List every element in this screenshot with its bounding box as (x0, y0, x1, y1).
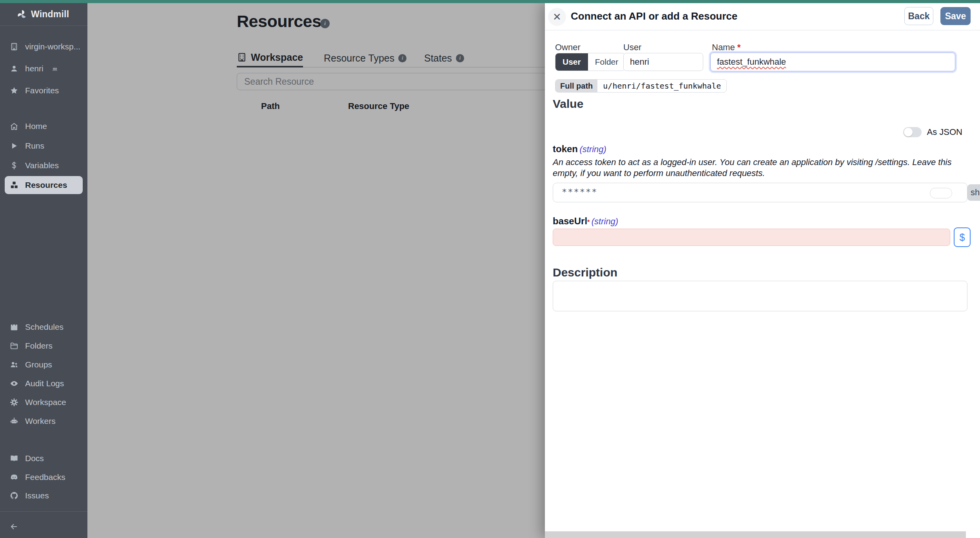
gear-icon (9, 398, 18, 407)
boxes-icon (9, 181, 18, 190)
name-input[interactable]: fastest_funkwhale (710, 53, 955, 71)
horizontal-scrollbar[interactable] (545, 531, 966, 538)
building-icon (9, 42, 18, 51)
baseurl-type: (string) (592, 216, 618, 226)
sidebar-item-schedules[interactable]: Schedules (0, 318, 87, 336)
drawer-header: ✕ Connect an API or add a Resource Back … (545, 3, 980, 31)
resource-drawer: ✕ Connect an API or add a Resource Back … (545, 3, 980, 538)
token-input[interactable]: ****** (553, 183, 967, 202)
nav-label: Docs (25, 454, 44, 463)
windmill-logo-icon (16, 9, 27, 20)
top-accent-bar (0, 0, 980, 3)
drawer-title: Connect an API or add a Resource (571, 10, 737, 22)
owner-option-folder[interactable]: Folder (588, 53, 626, 71)
sidebar-item-variables[interactable]: Variables (0, 156, 87, 174)
nav-label: Audit Logs (25, 379, 64, 388)
sidebar-item-groups[interactable]: Groups (0, 356, 87, 374)
full-path-value: u/henri/fastest_funkwhale (597, 80, 726, 92)
owner-label: Owner (555, 42, 581, 53)
github-icon (9, 491, 18, 500)
user-icon (9, 64, 18, 73)
show-token-button[interactable]: sh (967, 184, 980, 201)
owner-option-user[interactable]: User (555, 53, 588, 71)
token-type: (string) (579, 144, 606, 154)
as-json-label: As JSON (927, 127, 962, 137)
sidebar-item-resources[interactable]: Resources (5, 176, 83, 194)
sidebar-item-issues[interactable]: Issues (0, 487, 87, 505)
token-inline-pill[interactable] (930, 188, 952, 198)
home-icon (9, 122, 18, 131)
baseurl-required: * (587, 219, 590, 225)
crown-icon (52, 65, 58, 72)
as-json-toggle[interactable] (903, 127, 922, 137)
workspace-name: virgin-worksp... (25, 42, 80, 51)
close-icon[interactable]: ✕ (548, 8, 566, 26)
arrow-left-icon (9, 522, 18, 531)
back-button[interactable]: Back (904, 7, 933, 25)
name-value: fastest_funkwhale (717, 57, 786, 67)
sidebar-divider (0, 511, 87, 512)
token-name: token (553, 144, 578, 154)
users-icon (9, 360, 18, 369)
book-icon (9, 454, 18, 463)
sidebar-item-workers[interactable]: Workers (0, 412, 87, 430)
sidebar-item-workspace-settings[interactable]: Workspace (0, 393, 87, 411)
sidebar: Windmill virgin-worksp... henri Favorite… (0, 3, 87, 538)
baseurl-input[interactable] (553, 229, 950, 246)
sidebar-item-workspace-picker[interactable]: virgin-worksp... (0, 38, 87, 56)
as-json-row: As JSON (553, 125, 962, 139)
full-path: Full path u/henri/fastest_funkwhale (555, 79, 727, 93)
nav-label: Workspace (25, 398, 66, 407)
nav-label: Resources (25, 180, 67, 190)
username: henri (25, 64, 44, 73)
value-heading: Value (553, 97, 583, 111)
nav-label: Variables (25, 161, 59, 170)
token-description: An access token to act as a logged-in us… (553, 157, 964, 178)
description-heading: Description (553, 266, 617, 279)
sidebar-item-folders[interactable]: Folders (0, 337, 87, 355)
baseurl-name: baseUrl (553, 216, 587, 226)
eye-icon (9, 379, 18, 388)
nav-label: Feedbacks (25, 473, 65, 482)
nav-label: Runs (25, 141, 44, 151)
token-field-header: token (string) (553, 144, 606, 154)
nav-label: Groups (25, 360, 52, 369)
save-button[interactable]: Save (940, 7, 971, 25)
dollar-icon (9, 161, 18, 170)
modal-backdrop[interactable] (87, 3, 545, 538)
collapse-sidebar-button[interactable] (0, 518, 87, 536)
nav-label: Folders (25, 341, 53, 351)
calendar-icon (9, 323, 18, 332)
brand[interactable]: Windmill (0, 3, 87, 26)
brand-name: Windmill (31, 9, 69, 20)
sidebar-item-feedbacks[interactable]: Feedbacks (0, 468, 87, 486)
nav-label: Issues (25, 491, 49, 500)
sidebar-item-home[interactable]: Home (0, 117, 87, 135)
sidebar-item-audit-logs[interactable]: Audit Logs (0, 374, 87, 393)
sidebar-item-docs[interactable]: Docs (0, 449, 87, 467)
description-textarea[interactable] (553, 281, 967, 311)
robot-icon (9, 417, 18, 426)
nav-label: Workers (25, 416, 56, 426)
discord-icon (9, 473, 18, 482)
toggle-knob (904, 128, 913, 136)
insert-variable-button[interactable]: $ (954, 227, 971, 247)
token-masked-value: ****** (562, 187, 597, 197)
nav-label: Schedules (25, 322, 64, 332)
sidebar-item-user[interactable]: henri (0, 60, 87, 78)
user-field-label: User (623, 42, 641, 53)
sidebar-item-runs[interactable]: Runs (0, 137, 87, 155)
sidebar-item-favorites[interactable]: Favorites (0, 82, 87, 100)
baseurl-field-header: baseUrl* (string) (553, 216, 618, 227)
name-field-label: Name * (712, 42, 740, 53)
nav-label: Home (25, 122, 47, 131)
play-icon (9, 142, 18, 151)
star-icon (9, 86, 18, 95)
user-input[interactable] (623, 53, 703, 71)
owner-toggle: User Folder (555, 53, 626, 71)
full-path-chip: Full path (555, 80, 597, 92)
folder-icon (9, 342, 18, 351)
favorites-label: Favorites (25, 86, 59, 95)
